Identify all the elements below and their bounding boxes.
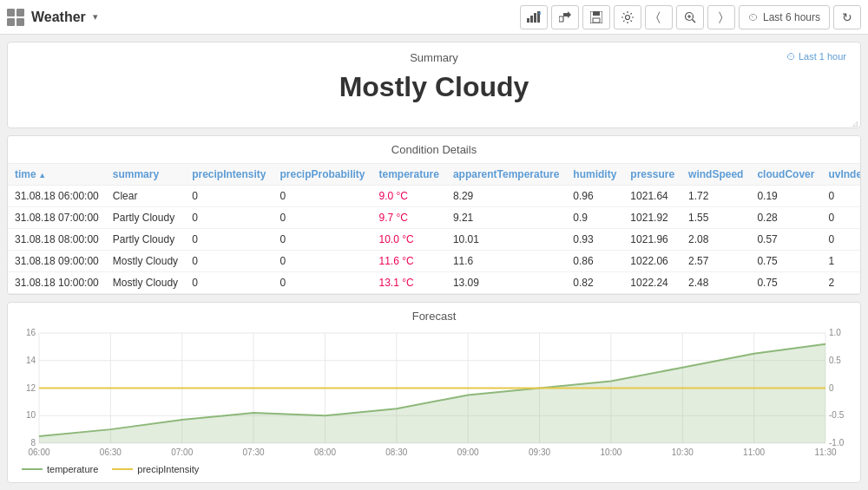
icon-cell xyxy=(16,9,24,16)
last6hours-button[interactable]: ⏲ Last 6 hours xyxy=(739,5,830,29)
table-cell: 0.57 xyxy=(750,229,821,251)
col-time[interactable]: time xyxy=(8,164,106,186)
table-cell: 0.93 xyxy=(566,229,623,251)
table-cell: Mostly Cloudy xyxy=(106,272,185,294)
col-cloud-cover[interactable]: cloudCover xyxy=(750,164,821,186)
col-uv-index[interactable]: uvIndex xyxy=(821,164,861,186)
table-cell: 0 xyxy=(185,207,273,229)
col-apparent-temp[interactable]: apparentTemperature xyxy=(446,164,566,186)
table-row: 31.08.18 07:00:00Partly Cloudy009.7 °C9.… xyxy=(8,207,861,229)
col-pressure[interactable]: pressure xyxy=(623,164,681,186)
table-body: 31.08.18 06:00:00Clear009.0 °C8.290.9610… xyxy=(8,186,861,294)
table-cell: 0.9 xyxy=(566,207,623,229)
condition-details-panel: Condition Details time summary precipInt… xyxy=(7,135,861,295)
table-cell: Clear xyxy=(106,186,185,207)
table-cell: 1 xyxy=(821,251,861,272)
table-row: 31.08.18 06:00:00Clear009.0 °C8.290.9610… xyxy=(8,186,861,207)
table-cell: 8.29 xyxy=(446,186,566,207)
svg-text:08:00: 08:00 xyxy=(314,448,336,457)
col-precip-probability[interactable]: precipProbability xyxy=(273,164,372,186)
table-cell: 0 xyxy=(273,251,372,272)
table-cell: 0.82 xyxy=(566,272,623,294)
icon-cell xyxy=(7,9,15,16)
table-cell: 0.96 xyxy=(566,186,623,207)
save-button[interactable] xyxy=(582,5,610,29)
svg-text:14: 14 xyxy=(26,356,36,365)
svg-text:08:30: 08:30 xyxy=(385,448,407,457)
table-cell: 2.57 xyxy=(681,251,750,272)
table-cell: 31.08.18 06:00:00 xyxy=(8,186,106,207)
svg-text:0: 0 xyxy=(829,383,834,393)
col-summary[interactable]: summary xyxy=(106,164,185,186)
table-cell: 9.7 °C xyxy=(372,207,446,229)
clock-icon-small: ⏲ xyxy=(786,51,796,62)
app-title: Weather xyxy=(31,10,86,25)
table-cell: 0.75 xyxy=(750,251,821,272)
table-cell: 2 xyxy=(821,272,861,294)
summary-panel: Summary ⏲ Last 1 hour Mostly Cloudy ⊿ xyxy=(7,42,861,128)
zoom-button[interactable] xyxy=(676,5,704,29)
table-cell: Mostly Cloudy xyxy=(106,251,185,272)
table-cell: 13.09 xyxy=(446,272,566,294)
prev-button[interactable]: 〈 xyxy=(645,5,673,29)
header-right: + 〈 〉 ⏲ Last 6 hours ↻ xyxy=(520,5,861,29)
share-button[interactable] xyxy=(551,5,579,29)
table-cell: 0 xyxy=(821,207,861,229)
svg-text:11:00: 11:00 xyxy=(743,448,765,457)
svg-text:09:30: 09:30 xyxy=(529,448,550,457)
table-cell: 10.01 xyxy=(446,229,566,251)
table-cell: 10.0 °C xyxy=(372,229,446,251)
table-cell: 0 xyxy=(821,186,861,207)
table-cell: 0 xyxy=(185,251,273,272)
forecast-chart: 06:0006:3007:0007:3008:0008:3009:0009:30… xyxy=(15,326,853,461)
svg-text:10:30: 10:30 xyxy=(672,448,694,457)
svg-text:-0.5: -0.5 xyxy=(829,410,845,420)
svg-text:10:00: 10:00 xyxy=(600,448,621,457)
table-cell: 31.08.18 08:00:00 xyxy=(8,229,106,251)
table-cell: 0 xyxy=(273,207,372,229)
col-humidity[interactable]: humidity xyxy=(566,164,623,186)
table-header: time summary precipIntensity precipProba… xyxy=(8,164,861,186)
table-cell: 2.08 xyxy=(681,229,750,251)
table-cell: 11.6 xyxy=(446,251,566,272)
table-cell: 13.1 °C xyxy=(372,272,446,294)
svg-text:12: 12 xyxy=(26,383,36,393)
table-cell: 0.28 xyxy=(750,207,821,229)
col-temperature[interactable]: temperature xyxy=(372,164,446,186)
svg-point-9 xyxy=(625,15,629,19)
table-cell: 9.21 xyxy=(446,207,566,229)
table-row: 31.08.18 10:00:00Mostly Cloudy0013.1 °C1… xyxy=(8,272,861,294)
last6hours-label: Last 6 hours xyxy=(763,11,820,23)
dropdown-arrow-icon[interactable]: ▾ xyxy=(93,11,98,23)
svg-line-11 xyxy=(692,19,695,23)
summary-time: ⏲ Last 1 hour xyxy=(786,51,846,62)
resize-handle[interactable]: ⊿ xyxy=(852,119,858,126)
svg-rect-8 xyxy=(593,18,600,23)
table-cell: 0 xyxy=(821,229,861,251)
add-chart-button[interactable]: + xyxy=(520,5,548,29)
settings-button[interactable] xyxy=(614,5,641,29)
table-header-row: time summary precipIntensity precipProba… xyxy=(8,164,861,186)
svg-text:0.5: 0.5 xyxy=(829,356,841,365)
svg-text:07:00: 07:00 xyxy=(171,448,193,457)
svg-rect-0 xyxy=(527,18,529,23)
temperature-legend-label: temperature xyxy=(47,464,98,474)
forecast-title: Forecast xyxy=(15,310,853,323)
next-button[interactable]: 〉 xyxy=(707,5,735,29)
svg-text:16: 16 xyxy=(26,328,36,337)
col-wind-speed[interactable]: windSpeed xyxy=(681,164,750,186)
svg-text:06:30: 06:30 xyxy=(100,448,122,457)
svg-rect-5 xyxy=(559,16,563,22)
table-cell: 0 xyxy=(273,272,372,294)
table-cell: 31.08.18 07:00:00 xyxy=(8,207,106,229)
svg-rect-1 xyxy=(530,16,533,23)
svg-text:11:30: 11:30 xyxy=(814,448,836,457)
svg-rect-2 xyxy=(534,13,536,23)
table-row: 31.08.18 08:00:00Partly Cloudy0010.0 °C1… xyxy=(8,229,861,251)
header: Weather ▾ + 〈 〉 ⏲ Last 6 hours ↻ xyxy=(0,0,868,35)
chart-container: 06:0006:3007:0007:3008:0008:3009:0009:30… xyxy=(15,326,853,461)
svg-rect-7 xyxy=(593,11,600,16)
chart-legend: temperature precipIntensity xyxy=(15,461,853,478)
refresh-button[interactable]: ↻ xyxy=(833,5,861,29)
col-precip-intensity[interactable]: precipIntensity xyxy=(185,164,273,186)
